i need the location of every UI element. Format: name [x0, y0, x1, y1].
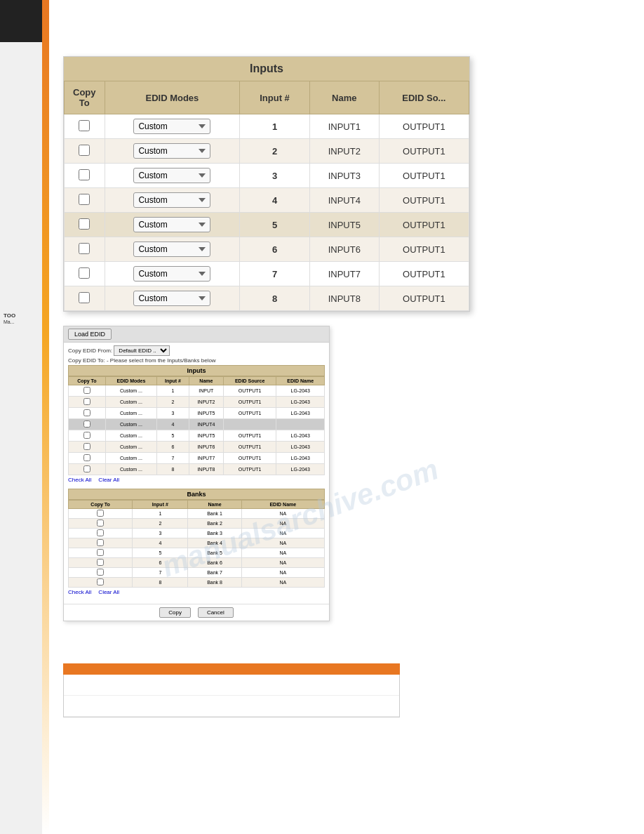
table-row: CustomEDID Mode 1EDID Mode 27INPUT7OUTPU… — [65, 262, 469, 286]
sm-mode-cell: Custom ... — [105, 419, 156, 430]
bank-edid_name-cell: NA — [241, 568, 324, 578]
edid-mode-select[interactable]: CustomEDID Mode 1EDID Mode 2 — [133, 291, 210, 306]
copy-to-checkbox[interactable] — [79, 218, 90, 230]
copy-to-checkbox[interactable] — [79, 169, 90, 180]
sm-input_num-cell: 4 — [157, 419, 189, 430]
sm-mode-cell: Custom ... — [105, 453, 156, 464]
info-box-row-1 — [64, 675, 399, 696]
input-number-cell: 4 — [240, 188, 310, 213]
edid-source-cell: OUTPUT1 — [379, 164, 469, 188]
copy-from-select[interactable]: Default EDID ... — [114, 345, 170, 356]
copy-button[interactable]: Copy — [159, 607, 191, 618]
bank-name-cell: Bank 5 — [188, 548, 241, 558]
sm-copy-to-checkbox[interactable] — [83, 398, 90, 405]
sm-name-cell: INPUT8 — [189, 464, 223, 475]
copy-to-checkbox[interactable] — [79, 120, 90, 131]
bottom-info-box — [63, 663, 400, 717]
inputs-check-all[interactable]: Check All — [68, 477, 91, 483]
sm-edid_source-cell: OUTPUT1 — [223, 442, 276, 453]
bank-copy-to-checkbox[interactable] — [97, 529, 104, 536]
info-box-body — [63, 675, 400, 717]
small-card: Load EDID Copy EDID From: Default EDID .… — [63, 326, 330, 621]
bank-copy-to-checkbox[interactable] — [97, 569, 104, 576]
copy-to-cell — [65, 262, 105, 286]
edid-mode-select[interactable]: CustomEDID Mode 1EDID Mode 2 — [133, 192, 210, 208]
sm-edid_source-cell: OUTPUT1 — [223, 408, 276, 419]
edid-mode-cell: CustomEDID Mode 1EDID Mode 2 — [105, 286, 240, 311]
edid-mode-select[interactable]: CustomEDID Mode 1EDID Mode 2 — [133, 217, 210, 232]
copy-to-cell — [65, 188, 105, 213]
edid-mode-select[interactable]: CustomEDID Mode 1EDID Mode 2 — [133, 241, 210, 257]
sm-copy-to-checkbox[interactable] — [83, 421, 90, 428]
sm-copy-to-checkbox[interactable] — [83, 387, 90, 394]
sm-copy-to-checkbox[interactable] — [83, 465, 90, 472]
copy-to-checkbox[interactable] — [79, 292, 90, 303]
cancel-button[interactable]: Cancel — [198, 607, 234, 618]
edid-mode-cell: CustomEDID Mode 1EDID Mode 2 — [105, 164, 240, 188]
sm-input_num-cell: 1 — [157, 385, 189, 397]
sm-copy-to-checkbox[interactable] — [83, 443, 90, 450]
list-item: Custom ...5INPUT5OUTPUT1LG-2043 — [69, 430, 325, 442]
copy-to-checkbox[interactable] — [79, 243, 90, 254]
copy-to-checkbox[interactable] — [79, 145, 90, 156]
copy-to-checkbox[interactable] — [79, 194, 90, 205]
bank-copy-to-checkbox[interactable] — [97, 549, 104, 556]
edid-mode-cell: CustomEDID Mode 1EDID Mode 2 — [105, 213, 240, 237]
list-item: Custom ...4INPUT4 — [69, 419, 325, 430]
bank-col-input-num: Input # — [133, 501, 188, 509]
input-name-cell: INPUT4 — [309, 188, 379, 213]
list-item: Custom ...3INPUT5OUTPUT1LG-2043 — [69, 408, 325, 419]
bank-input_num-cell: 5 — [133, 548, 188, 558]
sm-name-cell: INPUT7 — [189, 453, 223, 464]
list-item: Custom ...6INPUT6OUTPUT1LG-2043 — [69, 442, 325, 453]
bank-copy-to-checkbox[interactable] — [97, 539, 104, 546]
input-name-cell: INPUT3 — [309, 164, 379, 188]
edid-mode-select[interactable]: CustomEDID Mode 1EDID Mode 2 — [133, 266, 210, 282]
edid-mode-cell: CustomEDID Mode 1EDID Mode 2 — [105, 139, 240, 164]
bank-copy-to-checkbox[interactable] — [97, 559, 104, 566]
input-number-cell: 7 — [240, 262, 310, 286]
copy-to-checkbox[interactable] — [79, 267, 90, 279]
table-row: CustomEDID Mode 1EDID Mode 22INPUT2OUTPU… — [65, 139, 469, 164]
inputs-clear-all[interactable]: Clear All — [98, 477, 119, 483]
bank-input_num-cell: 8 — [133, 578, 188, 588]
bank-copy-to-checkbox[interactable] — [97, 510, 104, 517]
input-name-cell: INPUT2 — [309, 139, 379, 164]
bank-edid_name-cell: NA — [241, 578, 324, 588]
edid-mode-select[interactable]: CustomEDID Mode 1EDID Mode 2 — [133, 119, 210, 134]
small-card-toolbar: Load EDID — [64, 326, 329, 343]
sm-col-edid-modes: EDID Modes — [105, 377, 156, 385]
bank-name-cell: Bank 7 — [188, 568, 241, 578]
list-item: 8Bank 8NA — [69, 578, 325, 588]
edid-mode-select[interactable]: CustomEDID Mode 1EDID Mode 2 — [133, 143, 210, 159]
table-row: CustomEDID Mode 1EDID Mode 23INPUT3OUTPU… — [65, 164, 469, 188]
table-row: CustomEDID Mode 1EDID Mode 26INPUT6OUTPU… — [65, 237, 469, 262]
col-edid-modes: EDID Modes — [105, 81, 240, 114]
sm-edid_name-cell: LG-2043 — [276, 408, 325, 419]
edid-source-cell: OUTPUT1 — [379, 237, 469, 262]
banks-check-all[interactable]: Check All — [68, 589, 91, 595]
bank-input_num-cell: 7 — [133, 568, 188, 578]
sm-edid_name-cell — [276, 419, 325, 430]
bank-edid_name-cell: NA — [241, 509, 324, 519]
sm-col-name: Name — [189, 377, 223, 385]
sm-copy-to-checkbox[interactable] — [83, 409, 90, 416]
edid-mode-select[interactable]: CustomEDID Mode 1EDID Mode 2 — [133, 168, 210, 183]
list-item: 4Bank 4NA — [69, 538, 325, 548]
sm-input_num-cell: 6 — [157, 442, 189, 453]
bank-copy-to-checkbox[interactable] — [97, 578, 104, 585]
copy-to-label: Copy EDID To: - Please select from the I… — [68, 357, 325, 364]
sm-input_num-cell: 3 — [157, 408, 189, 419]
copy-to-cell — [65, 286, 105, 311]
banks-clear-all[interactable]: Clear All — [98, 589, 119, 595]
copy-to-cell — [65, 213, 105, 237]
small-banks-title: Banks — [68, 489, 325, 500]
list-item: 1Bank 1NA — [69, 509, 325, 519]
sm-copy-to-checkbox[interactable] — [83, 454, 90, 461]
sm-copy-to-checkbox[interactable] — [83, 432, 90, 439]
main-content: Inputs Copy To EDID Modes Input # Name E… — [49, 42, 644, 732]
bank-copy-to-checkbox[interactable] — [97, 519, 104, 527]
bank-name-cell: Bank 6 — [188, 558, 241, 568]
load-edid-button[interactable]: Load EDID — [68, 329, 112, 340]
sm-mode-cell: Custom ... — [105, 408, 156, 419]
